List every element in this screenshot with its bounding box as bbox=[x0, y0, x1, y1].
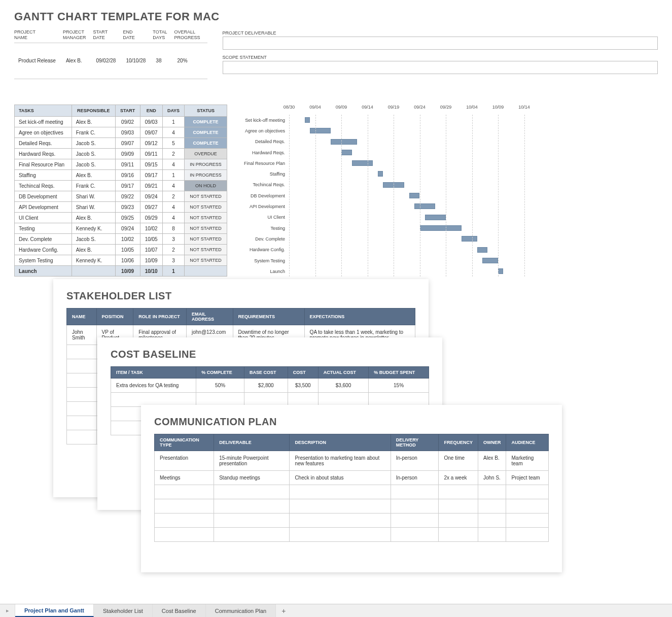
task-cell[interactable]: 09/02 bbox=[115, 117, 140, 127]
task-cell[interactable]: 09/12 bbox=[140, 138, 162, 149]
task-cell[interactable]: Shari W. bbox=[72, 191, 115, 202]
info-cell[interactable]: Product Release bbox=[14, 43, 63, 79]
task-cell[interactable]: 10/07 bbox=[140, 245, 162, 255]
table-row[interactable]: MeetingsStandup meetingsCheck in about s… bbox=[155, 471, 549, 485]
task-cell[interactable]: 09/24 bbox=[140, 191, 162, 202]
task-cell[interactable]: COMPLETE bbox=[185, 138, 227, 149]
task-cell[interactable]: 09/11 bbox=[140, 149, 162, 159]
table-row[interactable]: Presentation15-minute Powerpoint present… bbox=[155, 451, 549, 471]
table-row-empty[interactable] bbox=[155, 499, 549, 513]
task-cell[interactable]: COMPLETE bbox=[185, 117, 227, 127]
task-cell[interactable]: NOT STARTED bbox=[185, 255, 227, 266]
table-cell[interactable]: One time bbox=[439, 451, 478, 471]
task-cell[interactable]: OVERDUE bbox=[185, 149, 227, 159]
task-row[interactable]: Detailed Reqs.Jacob S.09/0709/125COMPLET… bbox=[15, 138, 227, 149]
task-cell[interactable]: Jacob S. bbox=[72, 159, 115, 170]
task-cell[interactable]: 10/06 bbox=[115, 255, 140, 266]
task-cell[interactable] bbox=[72, 266, 115, 277]
task-cell[interactable]: 09/25 bbox=[115, 213, 140, 223]
task-cell[interactable]: 1 bbox=[162, 117, 184, 127]
task-cell[interactable]: DB Development bbox=[15, 191, 72, 202]
task-cell[interactable]: 09/27 bbox=[140, 202, 162, 213]
table-cell[interactable]: Extra devices for QA testing bbox=[111, 379, 196, 393]
task-cell[interactable]: 4 bbox=[162, 181, 184, 191]
info-cell[interactable]: 09/02/28 bbox=[93, 43, 123, 79]
task-cell[interactable]: NOT STARTED bbox=[185, 234, 227, 245]
task-cell[interactable]: Frank C. bbox=[72, 181, 115, 191]
table-cell[interactable]: $3,600 bbox=[318, 379, 368, 393]
task-cell[interactable]: 2 bbox=[162, 149, 184, 159]
task-cell[interactable]: 10/09 bbox=[115, 266, 140, 277]
task-cell[interactable]: Hardware Config. bbox=[15, 245, 72, 255]
task-cell[interactable]: ON HOLD bbox=[185, 181, 227, 191]
table-cell[interactable]: Check in about status bbox=[290, 471, 391, 485]
task-cell[interactable]: 4 bbox=[162, 202, 184, 213]
task-cell[interactable]: 09/22 bbox=[115, 191, 140, 202]
task-cell[interactable]: 09/17 bbox=[140, 170, 162, 181]
task-cell[interactable]: Hardward Reqs. bbox=[15, 149, 72, 159]
table-cell[interactable]: Presentation bbox=[155, 451, 214, 471]
task-cell[interactable]: Detailed Reqs. bbox=[15, 138, 72, 149]
info-cell[interactable]: 20% bbox=[174, 43, 207, 79]
task-cell[interactable]: 10/02 bbox=[115, 234, 140, 245]
task-cell[interactable]: 3 bbox=[162, 255, 184, 266]
table-cell[interactable]: Standup meetings bbox=[214, 471, 290, 485]
task-cell[interactable]: Shari W. bbox=[72, 202, 115, 213]
table-cell[interactable]: 15-minute Powerpoint presentation bbox=[214, 451, 290, 471]
task-row[interactable]: Set kick-off meetingAlex B.09/0209/031CO… bbox=[15, 117, 227, 127]
task-row[interactable]: TestingKennedy K.09/2410/028NOT STARTED bbox=[15, 223, 227, 234]
info-cell[interactable]: 10/10/28 bbox=[123, 43, 153, 79]
task-cell[interactable]: 5 bbox=[162, 138, 184, 149]
task-cell[interactable]: Set kick-off meeting bbox=[15, 117, 72, 127]
task-cell[interactable]: NOT STARTED bbox=[185, 191, 227, 202]
scope-input[interactable] bbox=[223, 61, 658, 74]
table-cell[interactable]: 2x a week bbox=[439, 471, 478, 485]
task-cell[interactable]: 2 bbox=[162, 245, 184, 255]
task-cell[interactable]: NOT STARTED bbox=[185, 213, 227, 223]
table-row-empty[interactable] bbox=[155, 528, 549, 542]
task-cell[interactable]: 09/16 bbox=[115, 170, 140, 181]
task-row[interactable]: Launch10/0910/101 bbox=[15, 266, 227, 277]
task-cell[interactable]: NOT STARTED bbox=[185, 245, 227, 255]
task-cell[interactable]: Jacob S. bbox=[72, 234, 115, 245]
task-cell[interactable]: Dev. Complete bbox=[15, 234, 72, 245]
table-cell[interactable]: In-person bbox=[391, 451, 439, 471]
task-cell[interactable]: 09/17 bbox=[115, 181, 140, 191]
task-row[interactable]: Dev. CompleteJacob S.10/0210/053NOT STAR… bbox=[15, 234, 227, 245]
task-cell[interactable]: 09/03 bbox=[140, 117, 162, 127]
task-row[interactable]: API DevelopmentShari W.09/2309/274NOT ST… bbox=[15, 202, 227, 213]
task-row[interactable]: DB DevelopmentShari W.09/2209/242NOT STA… bbox=[15, 191, 227, 202]
task-row[interactable]: Final Resource PlanJacob S.09/1109/154IN… bbox=[15, 159, 227, 170]
task-cell[interactable]: Kennedy K. bbox=[72, 223, 115, 234]
task-cell[interactable]: UI Client bbox=[15, 213, 72, 223]
task-cell[interactable]: Alex B. bbox=[72, 170, 115, 181]
table-cell[interactable]: Meetings bbox=[155, 471, 214, 485]
table-cell[interactable]: Presentation to marketing team about new… bbox=[290, 451, 391, 471]
task-row[interactable]: Agree on objectivesFrank C.09/0309/074CO… bbox=[15, 127, 227, 138]
info-cell[interactable]: 38 bbox=[153, 43, 174, 79]
table-row-empty[interactable] bbox=[155, 513, 549, 528]
info-cell[interactable]: Alex B. bbox=[63, 43, 93, 79]
task-cell[interactable]: 10/05 bbox=[115, 245, 140, 255]
task-cell[interactable]: 09/07 bbox=[140, 127, 162, 138]
task-cell[interactable]: Jacob S. bbox=[72, 149, 115, 159]
task-cell[interactable]: 3 bbox=[162, 234, 184, 245]
task-cell[interactable]: Staffing bbox=[15, 170, 72, 181]
task-cell[interactable]: COMPLETE bbox=[185, 127, 227, 138]
task-cell[interactable]: 8 bbox=[162, 223, 184, 234]
task-row[interactable]: Techincal Reqs.Frank C.09/1709/214ON HOL… bbox=[15, 181, 227, 191]
task-cell[interactable]: Kennedy K. bbox=[72, 255, 115, 266]
task-cell[interactable]: Testing bbox=[15, 223, 72, 234]
task-cell[interactable]: 10/02 bbox=[140, 223, 162, 234]
table-row[interactable]: Extra devices for QA testing50%$2,800$3,… bbox=[111, 379, 429, 393]
task-cell[interactable]: NOT STARTED bbox=[185, 223, 227, 234]
table-cell[interactable]: Alex B. bbox=[478, 451, 506, 471]
table-cell[interactable]: John S. bbox=[478, 471, 506, 485]
task-cell[interactable]: Final Resource Plan bbox=[15, 159, 72, 170]
task-cell[interactable]: 09/07 bbox=[115, 138, 140, 149]
task-cell[interactable]: Agree on objectives bbox=[15, 127, 72, 138]
task-cell[interactable]: 1 bbox=[162, 266, 184, 277]
task-cell[interactable]: 10/05 bbox=[140, 234, 162, 245]
task-cell[interactable]: 09/24 bbox=[115, 223, 140, 234]
task-row[interactable]: StaffingAlex B.09/1609/171IN PROGRESS bbox=[15, 170, 227, 181]
